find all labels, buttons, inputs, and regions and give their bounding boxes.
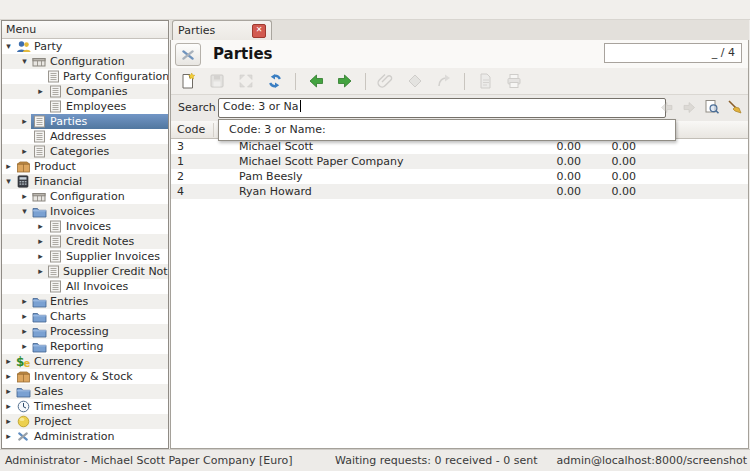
sidebar-item-credit-notes[interactable]: ▸ Credit Notes (2, 234, 168, 249)
menu-item[interactable] (27, 8, 39, 12)
search-completion-popup[interactable]: Code: 3 or Name: (218, 119, 676, 141)
sidebar-item-party[interactable]: ▾ Party (2, 39, 168, 54)
expander-icon[interactable]: ▸ (34, 264, 47, 279)
expander-icon[interactable]: ▸ (34, 234, 47, 249)
sidebar-item-parties[interactable]: ▸ Parties (2, 114, 168, 129)
Michael Scott[interactable]: 3 Michael Scott 0.00 0.00 (171, 139, 748, 154)
tree-item-body[interactable]: Companies (47, 84, 168, 99)
tree-item-body[interactable]: Invoices (47, 219, 168, 234)
tree-item-body[interactable]: Charts (31, 309, 168, 324)
expander-icon[interactable]: ▸ (2, 414, 15, 429)
sidebar-item-sales[interactable]: ▸ Sales (2, 384, 168, 399)
sidebar-item-configuration[interactable]: ▸ Configuration (2, 189, 168, 204)
expander-icon[interactable]: ▾ (2, 174, 15, 189)
reload-button[interactable] (262, 70, 288, 92)
previous-button[interactable] (303, 70, 329, 92)
expander-icon[interactable]: ▾ (18, 54, 31, 69)
tree-item-body[interactable]: Product (15, 159, 168, 174)
sidebar-item-supplier-credit-notes[interactable]: ▸ Supplier Credit Notes (2, 264, 168, 279)
expander-icon[interactable]: ▸ (18, 294, 31, 309)
sidebar-header[interactable]: Menu (2, 21, 168, 39)
sidebar-item-currency[interactable]: ▸ $e Currency (2, 354, 168, 369)
expander-icon[interactable]: ▸ (2, 384, 15, 399)
menu-item[interactable] (63, 8, 75, 12)
sidebar-item-entries[interactable]: ▸ Entries (2, 294, 168, 309)
Ryan Howard[interactable]: 4 Ryan Howard 0.00 0.00 (171, 184, 748, 199)
sidebar-item-supplier-invoices[interactable]: ▸ Supplier Invoices (2, 249, 168, 264)
menu-item[interactable] (51, 8, 63, 12)
tree-item-body[interactable]: Project (15, 414, 168, 429)
sidebar-item-project[interactable]: ▸ Project (2, 414, 168, 429)
menu-item[interactable] (39, 8, 51, 12)
tree-item-body[interactable]: Categories (31, 144, 168, 159)
completion-item[interactable]: Code: 3 or Name: (229, 123, 326, 136)
expander-icon[interactable]: ▸ (2, 399, 15, 414)
tree-item-body[interactable]: Supplier Credit Notes (47, 264, 168, 279)
sidebar-item-companies[interactable]: ▸ Companies (2, 84, 168, 99)
tree-item-body[interactable]: Entries (31, 294, 168, 309)
sidebar-item-processing[interactable]: ▸ Processing (2, 324, 168, 339)
expander-icon[interactable]: ▸ (18, 114, 31, 129)
view-menu-button[interactable] (175, 43, 201, 66)
expander-icon[interactable]: ▸ (2, 159, 15, 174)
tree-item-body[interactable]: Supplier Invoices (47, 249, 168, 264)
menu-item[interactable] (15, 8, 27, 12)
sidebar-item-addresses[interactable]: Addresses (2, 129, 168, 144)
tree-item-body[interactable]: Configuration (31, 54, 168, 69)
tree-item-body[interactable]: Invoices (31, 204, 168, 219)
expander-icon[interactable]: ▸ (34, 84, 47, 99)
sidebar-item-invoices[interactable]: ▸ Invoices (2, 219, 168, 234)
tree-item-body[interactable]: Financial (15, 174, 168, 189)
tree-item-body[interactable]: Sales (15, 384, 168, 399)
expander-icon[interactable]: ▸ (18, 144, 31, 159)
tree-item-body[interactable]: Processing (31, 324, 168, 339)
tree-item-body[interactable]: Administration (15, 429, 168, 444)
Pam Beesly[interactable]: 2 Pam Beesly 0.00 0.00 (171, 169, 748, 184)
tree-item-body[interactable]: Credit Notes (47, 234, 168, 249)
close-icon[interactable]: ✕ (252, 24, 266, 38)
sidebar-item-party-configuration[interactable]: Party Configuration (2, 69, 168, 84)
sidebar-item-administration[interactable]: ▸ Administration (2, 429, 168, 444)
sidebar-item-all-invoices[interactable]: All Invoices (2, 279, 168, 294)
search-input[interactable]: Code: 3 or Na (218, 98, 666, 118)
next-button[interactable] (332, 70, 358, 92)
expander-icon[interactable]: ▸ (18, 189, 31, 204)
tree-item-body[interactable]: Inventory & Stock (15, 369, 168, 384)
tree-item-body[interactable]: Addresses (31, 129, 168, 144)
sidebar-item-categories[interactable]: ▸ Categories (2, 144, 168, 159)
column-header-code[interactable]: Code (171, 123, 205, 136)
expander-icon[interactable]: ▸ (2, 369, 15, 384)
tree-item-body[interactable]: All Invoices (47, 279, 168, 294)
sidebar-item-product[interactable]: ▸ Product (2, 159, 168, 174)
search-find-button[interactable] (704, 99, 720, 115)
tab-parties[interactable]: Parties ✕ (172, 20, 272, 40)
record-indicator[interactable]: _ / 4 (604, 43, 742, 63)
tree-item-body[interactable]: $e Currency (15, 354, 168, 369)
sidebar-item-reporting[interactable]: ▸ Reporting (2, 339, 168, 354)
expander-icon[interactable]: ▸ (18, 324, 31, 339)
tree-item-body[interactable]: Parties (31, 114, 168, 129)
sidebar-item-invoices[interactable]: ▾ Invoices (2, 204, 168, 219)
expander-icon[interactable]: ▾ (2, 39, 15, 54)
tree-item-body[interactable]: Party Configuration (47, 69, 168, 84)
expander-icon[interactable]: ▸ (2, 354, 15, 369)
tree-item-body[interactable]: Employees (47, 99, 168, 114)
tree-item-body[interactable]: Timesheet (15, 399, 168, 414)
sidebar-item-timesheet[interactable]: ▸ Timesheet (2, 399, 168, 414)
tree-item-body[interactable]: Configuration (31, 189, 168, 204)
Michael Scott Paper Company[interactable]: 1 Michael Scott Paper Company 0.00 0.00 (171, 154, 748, 169)
menu-item[interactable] (3, 8, 15, 12)
expander-icon[interactable]: ▸ (2, 429, 15, 444)
tree-item-body[interactable]: Party (15, 39, 168, 54)
expander-icon[interactable]: ▸ (34, 249, 47, 264)
sidebar-item-inventory-stock[interactable]: ▸ Inventory & Stock (2, 369, 168, 384)
new-record-button[interactable] (175, 70, 201, 92)
tree-item-body[interactable]: Reporting (31, 339, 168, 354)
search-clear-button[interactable] (727, 99, 743, 115)
expander-icon[interactable]: ▸ (18, 339, 31, 354)
sidebar-item-configuration[interactable]: ▾ Configuration (2, 54, 168, 69)
expander-icon[interactable]: ▸ (34, 219, 47, 234)
sidebar-item-financial[interactable]: ▾ Financial (2, 174, 168, 189)
expander-icon[interactable]: ▸ (18, 309, 31, 324)
sidebar-item-charts[interactable]: ▸ Charts (2, 309, 168, 324)
